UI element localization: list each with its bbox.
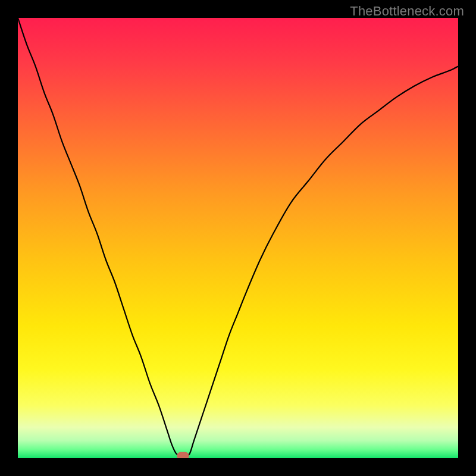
gradient-background	[18, 18, 458, 458]
plot-area	[18, 18, 458, 458]
optimal-point-marker	[177, 452, 189, 458]
watermark-text: TheBottleneck.com	[350, 4, 464, 19]
bottleneck-chart	[18, 18, 458, 458]
chart-frame: TheBottleneck.com	[0, 0, 476, 476]
